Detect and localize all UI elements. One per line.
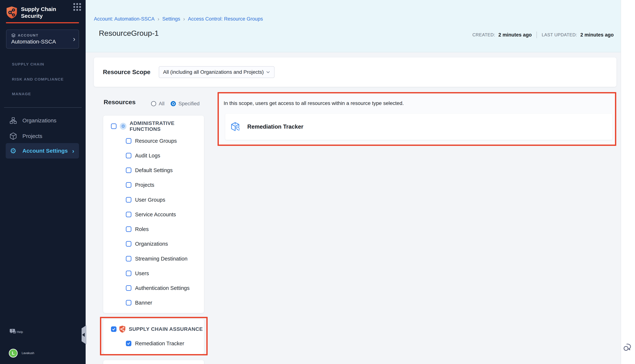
gear-icon: ⚙: [10, 147, 17, 154]
brand-divider: [6, 22, 79, 23]
resources-filter: All Specified: [151, 101, 199, 106]
chevron-right-icon: ›: [73, 36, 75, 42]
created-value: 2 minutes ago: [499, 32, 532, 38]
item-resource-groups[interactable]: Resource Groups: [103, 134, 204, 148]
check-icon: [112, 327, 116, 331]
group-supply-chain-assurance[interactable]: SUPPLY CHAIN ASSURANCE: [103, 322, 204, 337]
item-roles[interactable]: Roles: [103, 222, 204, 236]
resources-heading: Resources: [104, 98, 136, 106]
sidebar-item-label: Projects: [23, 133, 42, 139]
checkbox[interactable]: [126, 182, 131, 188]
item-audit-logs[interactable]: Audit Logs: [103, 148, 204, 163]
radio-all-circle[interactable]: [151, 101, 156, 106]
resource-scope-dropdown[interactable]: All (including all Organizations and Pro…: [159, 66, 275, 78]
breadcrumb-resource-groups[interactable]: Access Control: Resource Groups: [188, 16, 263, 22]
item-remediation-tracker[interactable]: Remediation Tracker: [103, 336, 204, 351]
checkbox[interactable]: [126, 153, 131, 158]
checkbox[interactable]: [126, 270, 131, 276]
help-chat-icon: ?: [10, 328, 17, 336]
account-selector[interactable]: ACCOUNT Automation-SSCA ›: [6, 30, 79, 48]
remediation-tracker-cube-icon: [231, 122, 240, 132]
checkbox[interactable]: [126, 285, 131, 291]
checkbox-supply-chain-assurance[interactable]: [111, 326, 116, 332]
checkbox-remediation-tracker[interactable]: [126, 341, 131, 346]
help-label: Help: [17, 330, 23, 334]
group-admin-functions[interactable]: ⚙ ADMINISTRATIVE FUNCTIONS: [103, 119, 204, 134]
chevron-right-icon: ›: [72, 147, 74, 154]
item-default-settings[interactable]: Default Settings: [103, 163, 204, 178]
item-organizations[interactable]: Organizations: [103, 236, 204, 251]
app-switcher-icon[interactable]: [72, 2, 82, 12]
radio-all[interactable]: All: [151, 101, 164, 106]
right-gutter: [621, 0, 635, 364]
breadcrumb: Account: Automation-SSCA › Settings › Ac…: [94, 16, 263, 22]
collapse-arrow-icon: [82, 333, 85, 337]
sidebar-item-label: Account Settings: [23, 148, 68, 154]
help-button[interactable]: ? Help: [6, 326, 79, 338]
sidebar-section-risk-and-compliance[interactable]: RISK AND COMPLIANCE: [12, 77, 64, 82]
item-banner[interactable]: Banner: [103, 296, 204, 310]
svg-text:?: ?: [12, 329, 13, 332]
chevron-separator-icon: ›: [183, 16, 185, 22]
support-chat-icon[interactable]: [623, 342, 633, 352]
radio-all-label: All: [159, 101, 164, 106]
shield-icon: [119, 326, 126, 333]
item-projects[interactable]: Projects: [103, 178, 204, 192]
page-header: Account: Automation-SSCA › Settings › Ac…: [86, 0, 621, 52]
radio-specified-circle[interactable]: [171, 101, 176, 106]
checkbox[interactable]: [126, 226, 131, 232]
app-title: Supply Chain Security: [21, 6, 58, 19]
breadcrumb-account[interactable]: Account: Automation-SSCA: [94, 16, 154, 22]
created-label: CREATED:: [472, 32, 495, 38]
sidebar-item-label: Organizations: [23, 118, 56, 124]
check-icon: [127, 342, 130, 345]
supply-chain-assurance-card: SUPPLY CHAIN ASSURANCE Remediation Track…: [103, 319, 204, 354]
account-selector-texts: ACCOUNT Automation-SSCA: [11, 34, 73, 45]
checkbox[interactable]: [126, 241, 131, 246]
checkbox[interactable]: [126, 300, 131, 306]
supply-chain-security-shield-icon: [6, 6, 18, 19]
meta-divider: [537, 32, 537, 38]
app-logo: Supply Chain Security: [6, 6, 80, 20]
sidebar-item-organizations[interactable]: Organizations: [6, 113, 79, 128]
item-authentication-settings[interactable]: Authentication Settings: [103, 281, 204, 296]
sidebar-item-account-settings[interactable]: ⚙ Account Settings ›: [6, 143, 79, 158]
timestamps: CREATED: 2 minutes ago LAST UPDATED: 2 m…: [472, 32, 614, 38]
resource-type-card: Remediation Tracker: [225, 114, 612, 140]
user-name: Lavakush: [22, 352, 34, 355]
sidebar-divider: [4, 107, 82, 108]
item-user-groups[interactable]: User Groups: [103, 192, 204, 207]
checkbox-admin-functions[interactable]: [111, 124, 116, 129]
checkbox[interactable]: [126, 197, 131, 202]
gear-badge-icon: ⚙: [120, 123, 126, 130]
group-label[interactable]: SUPPLY CHAIN ASSURANCE: [129, 326, 203, 332]
scope-message: In this scope, users get access to all r…: [224, 100, 404, 106]
updated-label: LAST UPDATED:: [542, 32, 577, 38]
breadcrumb-settings[interactable]: Settings: [162, 16, 180, 22]
item-users[interactable]: Users: [103, 266, 204, 281]
org-chart-icon: [10, 117, 17, 124]
account-label: ACCOUNT: [18, 34, 39, 38]
checkbox[interactable]: [126, 168, 131, 173]
group-label[interactable]: ADMINISTRATIVE FUNCTIONS: [130, 120, 204, 132]
sidebar-collapse-handle[interactable]: [82, 325, 86, 344]
layers-icon: [11, 34, 16, 38]
sidebar-item-projects[interactable]: Projects: [6, 128, 79, 144]
sidebar-section-supply-chain[interactable]: SUPPLY CHAIN: [12, 62, 44, 66]
item-streaming-destination[interactable]: Streaming Destination: [103, 251, 204, 266]
cube-icon: [10, 132, 17, 140]
checkbox[interactable]: [126, 212, 131, 217]
checkbox[interactable]: [126, 138, 131, 144]
radio-specified[interactable]: Specified: [171, 101, 199, 106]
user-menu[interactable]: L Lavakush: [6, 347, 79, 360]
sidebar-section-manage[interactable]: MANAGE: [12, 92, 31, 96]
resource-scope-card: Resource Scope All (including all Organi…: [94, 58, 616, 87]
avatar: L: [9, 349, 18, 358]
checkbox[interactable]: [126, 256, 131, 262]
resource-scope-value: All (including all Organizations and Pro…: [163, 69, 266, 75]
account-name: Automation-SSCA: [11, 38, 73, 45]
chevron-down-icon: [266, 70, 270, 74]
item-service-accounts[interactable]: Service Accounts: [103, 207, 204, 222]
page-title: ResourceGroup-1: [99, 29, 159, 38]
administrative-functions-card: ⚙ ADMINISTRATIVE FUNCTIONS Resource Grou…: [103, 116, 204, 313]
